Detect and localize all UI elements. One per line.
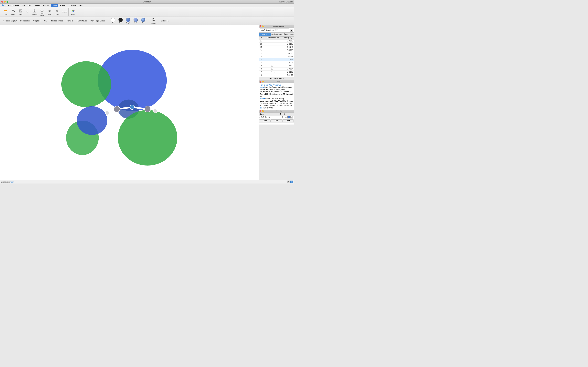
models-panel-minimize[interactable] — [262, 110, 264, 112]
models-col-name: Name — [259, 113, 278, 115]
orbital-row-12[interactable]: 12 -0.05729 — [259, 55, 294, 58]
orbital-row-17[interactable]: 17 0.18162 — [259, 40, 294, 43]
menu-volume[interactable]: Volume — [68, 4, 77, 7]
expand-icon[interactable]: ▶ — [290, 181, 293, 183]
view-orbital-button[interactable]: view selected orbital — [259, 77, 294, 80]
orbital-viewer-panel: Orbital Viewer CN2H2-tddft.out (#1) ▼ or… — [259, 25, 294, 80]
orbital-tab-orbitals[interactable]: orbitals — [259, 33, 271, 36]
resize-icon[interactable]: ⊡ — [287, 181, 290, 183]
orbital-model-expand[interactable]: ▼ — [290, 29, 293, 32]
tab-markers[interactable]: Markers — [65, 19, 75, 22]
svg-point-14 — [34, 11, 35, 12]
open-button[interactable]: Open — [2, 8, 9, 16]
atoms-show-button[interactable]: Atoms — [69, 8, 77, 16]
orbital-model-select[interactable]: CN2H2-tddft.out (#1) — [260, 28, 289, 32]
preset-full-button[interactable]: Full — [140, 17, 147, 24]
inspect-label: Inspect — [151, 22, 156, 24]
model-color-swatch[interactable] — [287, 116, 290, 118]
hide-button[interactable]: Hide — [53, 8, 61, 16]
orbital-row-11[interactable]: 11 1↑↓ -0.23048 — [259, 58, 294, 61]
main-toolbar: Open Recent Save F — [0, 7, 294, 17]
svg-point-28 — [61, 61, 111, 107]
tab-more-right-mouse[interactable]: More Right Mouse — [89, 19, 107, 22]
tab-molecule-display[interactable]: Molecule Display — [1, 19, 18, 22]
tab-graphics[interactable]: Graphics — [32, 19, 42, 22]
menu-edit[interactable]: Edit — [27, 4, 33, 7]
svg-rect-4 — [4, 12, 7, 12]
command-label: Command: — [1, 181, 10, 183]
tab-nucleotides[interactable]: Nucleotides — [18, 19, 31, 22]
orbital-panel-close[interactable] — [259, 25, 261, 27]
minimize-button[interactable] — [4, 1, 6, 3]
orbital-row-10[interactable]: 10 1↑↓ -0.39727 — [259, 61, 294, 64]
preset-white-icon — [111, 18, 115, 22]
models-close-button[interactable]: Close — [259, 119, 270, 122]
tab-map[interactable]: Map — [43, 19, 49, 22]
models-row-1[interactable]: ▸ CN2H2-tddft 1 — [259, 116, 294, 119]
orbital-row-14[interactable]: 14 0.05509 — [259, 49, 294, 52]
app-menu[interactable]: X UCSF ChimeraX — [1, 4, 20, 7]
svg-point-22 — [73, 10, 75, 11]
tab-right-mouse[interactable]: Right Mouse — [75, 19, 88, 22]
log-set-text: bgColor white — [263, 107, 273, 109]
images-section-label: Images — [61, 11, 68, 13]
orbital-row-7[interactable]: 7 1↑↓ -0.52260 — [259, 71, 294, 74]
menu-actions[interactable]: Actions — [42, 4, 51, 7]
menu-file[interactable]: File — [20, 4, 26, 7]
model-visibility-checkbox[interactable] — [290, 116, 293, 118]
log-open-command: open — [260, 86, 264, 88]
svg-marker-16 — [42, 10, 43, 11]
preset-white-button[interactable]: White — [110, 17, 116, 24]
models-content: Name ID ▸ CN2H2-tddft 1 — [259, 113, 294, 125]
recent-button[interactable]: Recent — [9, 8, 17, 16]
window-controls[interactable] — [1, 1, 8, 3]
snapshot-button[interactable]: Snapshot — [31, 8, 38, 16]
models-panel-close[interactable] — [259, 110, 261, 112]
log-set-command: set — [260, 107, 262, 109]
file-toolbar-group: Open Recent Save F — [1, 8, 30, 16]
orbital-model-selector[interactable]: CN2H2-tddft.out (#1) ▼ — [259, 28, 294, 33]
show-button[interactable]: Show — [46, 8, 53, 16]
svg-rect-7 — [12, 10, 14, 11]
inspect-icon — [151, 18, 156, 22]
molecule-viewport[interactable]: Binding Analysis Depiction General Highe… — [0, 25, 259, 180]
menu-presets[interactable]: Presets — [58, 4, 68, 7]
toolbar-sep-2 — [148, 18, 148, 24]
preset-black-button[interactable]: Black — [117, 17, 124, 24]
log-panel-close[interactable] — [259, 81, 261, 83]
orbital-row-8[interactable]: 8 1↑↓ -0.48154 — [259, 67, 294, 71]
orbital-row-13[interactable]: 13 0.00905 — [259, 52, 294, 55]
orbital-tab-surfaces[interactable]: other surfaces — [283, 33, 294, 36]
save-button[interactable]: Save — [17, 8, 24, 16]
orbital-row-15[interactable]: 15 0.11243 — [259, 46, 294, 49]
models-show-button[interactable]: Show — [282, 119, 294, 122]
orbital-row-16[interactable]: 16 0.12268 — [259, 43, 294, 46]
log-open-path: /Users/joe/Dropbox/github/gair-group-doc… — [260, 86, 292, 93]
app-name[interactable]: UCSF ChimeraX — [5, 4, 19, 7]
tab-medical-image[interactable]: Medical Image — [50, 19, 65, 22]
orbital-panel-title: Orbital Viewer — [264, 25, 293, 27]
orbital-tab-settings[interactable]: orbital settings — [271, 33, 283, 36]
log-cite-link[interactable]: How to cite UCSF ChimeraX — [260, 84, 281, 86]
orbital-panel-minimize[interactable] — [262, 25, 264, 27]
snapshot-icon — [32, 9, 37, 13]
main-layout: Binding Analysis Depiction General Highe… — [0, 25, 294, 180]
models-hide-button[interactable]: Hide — [271, 119, 282, 122]
log-panel-minimize[interactable] — [262, 81, 264, 83]
menu-tools[interactable]: Tools — [51, 4, 58, 7]
orbital-row-6[interactable]: 6 1↑↓ -0.56470 — [259, 74, 294, 77]
command-input[interactable] — [10, 181, 287, 183]
spin-movie-button[interactable]: Spin movie — [38, 8, 46, 16]
preset-soft-button[interactable]: Soft — [132, 17, 139, 24]
datetime-display: Tue Oct 17 10:24 — [279, 1, 293, 3]
model-eye-toggle[interactable] — [285, 116, 287, 118]
close-button[interactable] — [1, 1, 3, 3]
preset-simple-button[interactable]: Simple — [125, 17, 132, 24]
menu-help[interactable]: Help — [78, 4, 84, 7]
orbital-row-9[interactable]: 9 1↑↓ -0.45032 — [259, 64, 294, 67]
svg-rect-8 — [12, 11, 13, 11]
inspect-button[interactable]: Inspect — [149, 17, 158, 24]
model-name-text: CN2H2-tddft — [261, 116, 270, 118]
menu-select[interactable]: Select — [33, 4, 41, 7]
maximize-button[interactable] — [7, 1, 8, 3]
